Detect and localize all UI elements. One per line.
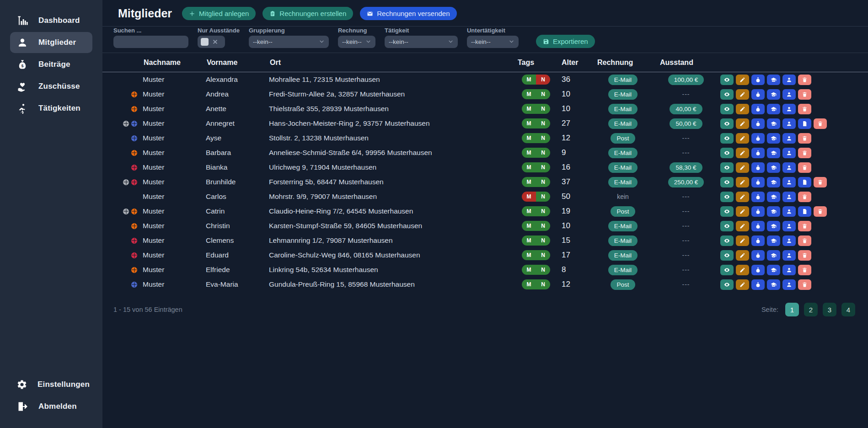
document-button[interactable] bbox=[798, 206, 811, 217]
only-arrears-checkbox[interactable] bbox=[201, 38, 209, 46]
member-profile-button[interactable] bbox=[782, 206, 796, 217]
delete-member-button[interactable] bbox=[798, 104, 811, 114]
delete-member-button[interactable] bbox=[798, 279, 811, 290]
page-button-3[interactable]: 3 bbox=[823, 303, 836, 316]
delete-member-button[interactable] bbox=[798, 89, 811, 100]
contributions-button[interactable] bbox=[751, 265, 765, 275]
sidebar-item-mitglieder[interactable]: Mitglieder bbox=[10, 32, 92, 53]
rechnungen-versenden-button[interactable]: Rechnungen versenden bbox=[360, 7, 456, 20]
member-profile-button[interactable] bbox=[782, 75, 796, 85]
view-member-button[interactable] bbox=[720, 177, 734, 187]
delete-member-button[interactable] bbox=[798, 162, 811, 173]
education-button[interactable] bbox=[767, 104, 780, 114]
contributions-button[interactable] bbox=[751, 250, 765, 261]
edit-member-button[interactable] bbox=[736, 148, 749, 158]
close-icon[interactable] bbox=[213, 39, 218, 44]
view-member-button[interactable] bbox=[720, 118, 734, 129]
contributions-button[interactable] bbox=[751, 279, 765, 290]
education-button[interactable] bbox=[767, 235, 780, 246]
edit-member-button[interactable] bbox=[736, 265, 749, 275]
member-profile-button[interactable] bbox=[782, 279, 796, 290]
edit-member-button[interactable] bbox=[736, 279, 749, 290]
edit-member-button[interactable] bbox=[736, 133, 749, 144]
contributions-button[interactable] bbox=[751, 75, 765, 85]
contributions-button[interactable] bbox=[751, 192, 765, 202]
document-button[interactable] bbox=[798, 118, 811, 129]
education-button[interactable] bbox=[767, 192, 780, 202]
delete-member-button[interactable] bbox=[814, 177, 827, 187]
contributions-button[interactable] bbox=[751, 118, 765, 129]
delete-member-button[interactable] bbox=[798, 235, 811, 246]
sidebar-item-einstellungen[interactable]: Einstellungen bbox=[10, 374, 92, 395]
member-profile-button[interactable] bbox=[782, 133, 796, 144]
education-button[interactable] bbox=[767, 133, 780, 144]
member-profile-button[interactable] bbox=[782, 221, 796, 231]
contributions-button[interactable] bbox=[751, 89, 765, 100]
search-input[interactable] bbox=[113, 36, 188, 48]
edit-member-button[interactable] bbox=[736, 250, 749, 261]
page-button-2[interactable]: 2 bbox=[804, 303, 818, 316]
contributions-button[interactable] bbox=[751, 177, 765, 187]
document-button[interactable] bbox=[798, 177, 811, 187]
sidebar-item-taetigkeiten[interactable]: Tätigkeiten bbox=[10, 98, 92, 119]
edit-member-button[interactable] bbox=[736, 235, 749, 246]
edit-member-button[interactable] bbox=[736, 221, 749, 231]
education-button[interactable] bbox=[767, 89, 780, 100]
view-member-button[interactable] bbox=[720, 221, 734, 231]
sidebar-item-dashboard[interactable]: Dashboard bbox=[10, 10, 92, 31]
edit-member-button[interactable] bbox=[736, 89, 749, 100]
edit-member-button[interactable] bbox=[736, 104, 749, 114]
sidebar-item-zuschuesse[interactable]: Zuschüsse bbox=[10, 76, 92, 97]
delete-member-button[interactable] bbox=[798, 75, 811, 85]
view-member-button[interactable] bbox=[720, 148, 734, 158]
edit-member-button[interactable] bbox=[736, 162, 749, 173]
view-member-button[interactable] bbox=[720, 133, 734, 144]
contributions-button[interactable] bbox=[751, 104, 765, 114]
export-button[interactable]: Exportieren bbox=[536, 35, 595, 48]
member-profile-button[interactable] bbox=[782, 148, 796, 158]
view-member-button[interactable] bbox=[720, 89, 734, 100]
delete-member-button[interactable] bbox=[798, 250, 811, 261]
edit-member-button[interactable] bbox=[736, 192, 749, 202]
education-button[interactable] bbox=[767, 206, 780, 217]
edit-member-button[interactable] bbox=[736, 206, 749, 217]
education-button[interactable] bbox=[767, 265, 780, 275]
view-member-button[interactable] bbox=[720, 206, 734, 217]
member-profile-button[interactable] bbox=[782, 118, 796, 129]
sidebar-item-beitraege[interactable]: $Beiträge bbox=[10, 54, 92, 75]
view-member-button[interactable] bbox=[720, 104, 734, 114]
view-member-button[interactable] bbox=[720, 265, 734, 275]
delete-member-button[interactable] bbox=[798, 148, 811, 158]
member-profile-button[interactable] bbox=[782, 265, 796, 275]
education-button[interactable] bbox=[767, 177, 780, 187]
member-profile-button[interactable] bbox=[782, 162, 796, 173]
contributions-button[interactable] bbox=[751, 221, 765, 231]
education-button[interactable] bbox=[767, 279, 780, 290]
member-profile-button[interactable] bbox=[782, 177, 796, 187]
member-profile-button[interactable] bbox=[782, 250, 796, 261]
view-member-button[interactable] bbox=[720, 235, 734, 246]
rechnung-select[interactable]: --kein-- bbox=[338, 36, 375, 48]
member-profile-button[interactable] bbox=[782, 104, 796, 114]
page-button-1[interactable]: 1 bbox=[785, 303, 799, 316]
gruppierung-select[interactable]: --kein-- bbox=[249, 36, 329, 48]
page-button-4[interactable]: 4 bbox=[841, 303, 855, 316]
view-member-button[interactable] bbox=[720, 279, 734, 290]
delete-member-button[interactable] bbox=[798, 221, 811, 231]
delete-member-button[interactable] bbox=[814, 206, 827, 217]
sidebar-item-abmelden[interactable]: Abmelden bbox=[10, 396, 92, 417]
member-profile-button[interactable] bbox=[782, 192, 796, 202]
rechnungen-erstellen-button[interactable]: Rechnungen erstellen bbox=[263, 7, 353, 20]
only-arrears-control[interactable] bbox=[198, 36, 225, 48]
delete-member-button[interactable] bbox=[798, 265, 811, 275]
contributions-button[interactable] bbox=[751, 162, 765, 173]
delete-member-button[interactable] bbox=[814, 118, 827, 129]
edit-member-button[interactable] bbox=[736, 118, 749, 129]
edit-member-button[interactable] bbox=[736, 75, 749, 85]
education-button[interactable] bbox=[767, 75, 780, 85]
delete-member-button[interactable] bbox=[798, 133, 811, 144]
education-button[interactable] bbox=[767, 221, 780, 231]
edit-member-button[interactable] bbox=[736, 177, 749, 187]
view-member-button[interactable] bbox=[720, 250, 734, 261]
contributions-button[interactable] bbox=[751, 133, 765, 144]
